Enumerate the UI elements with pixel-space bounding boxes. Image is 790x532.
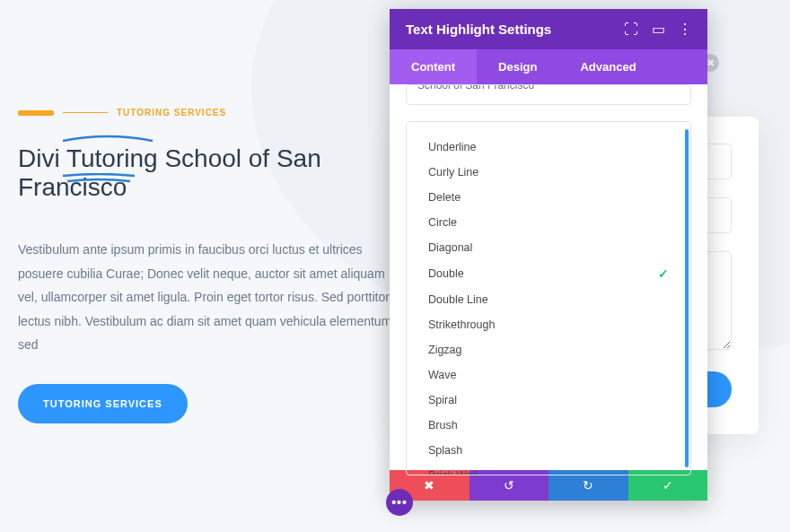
dropdown-item-label: Splash: [428, 444, 462, 457]
dropdown-item[interactable]: Splash: [407, 438, 690, 463]
highlight-double-icon: [63, 173, 135, 184]
eyebrow: TUTORING SERVICES: [18, 108, 404, 118]
panel-header[interactable]: Text Highlight Settings ⛶ ▭ ⋮: [390, 9, 707, 49]
dropdown-list: UnderlineCurly LineDeleteCircleDiagonalD…: [407, 122, 690, 475]
dropdown-item[interactable]: Double✓: [407, 260, 690, 287]
dropdown-item[interactable]: Double Line: [407, 287, 690, 312]
dropdown-item-label: Double: [428, 267, 464, 280]
body-text: Vestibulum ante ipsum primis in faucibus…: [18, 238, 404, 357]
cta-button[interactable]: TUTORING SERVICES: [18, 384, 188, 423]
dropdown-item-label: Underline: [428, 141, 477, 153]
highlight-arc-icon: [63, 134, 153, 143]
panel-title: Text Highlight Settings: [406, 22, 551, 37]
tab-advanced[interactable]: Advanced: [558, 49, 657, 84]
fullscreen-icon[interactable]: ⛶: [625, 23, 637, 36]
dropdown-item[interactable]: Brick Wall: [407, 463, 690, 475]
tab-content[interactable]: Content: [390, 49, 477, 84]
panel-header-icons: ⛶ ▭ ⋮: [625, 23, 691, 36]
dropdown-item[interactable]: Circle: [407, 210, 690, 235]
dropdown-item[interactable]: Delete: [407, 185, 690, 210]
dropdown-item-label: Diagonal: [428, 241, 472, 254]
panel-body: School of San Francisco UnderlineCurly L…: [390, 84, 707, 470]
dropdown-item[interactable]: Wave: [407, 362, 690, 388]
dropdown-item-label: Curly Line: [428, 166, 478, 179]
dropdown-scrollbar[interactable]: [685, 129, 689, 467]
dropdown-item-label: Delete: [428, 191, 461, 204]
dropdown-item-label: Wave: [428, 369, 457, 381]
text-input-preview[interactable]: School of San Francisco: [406, 84, 691, 105]
dropdown-item[interactable]: Curly Line: [407, 160, 690, 185]
check-icon: ✓: [658, 266, 669, 281]
page-content: TUTORING SERVICES Divi Tutoring School o…: [18, 108, 404, 423]
dropdown-item[interactable]: Spiral: [407, 388, 690, 413]
highlight-style-dropdown: UnderlineCurly LineDeleteCircleDiagonalD…: [406, 121, 691, 475]
settings-panel: Text Highlight Settings ⛶ ▭ ⋮ Content De…: [390, 9, 707, 501]
eyebrow-bar-icon: [18, 110, 54, 116]
more-icon[interactable]: ⋮: [679, 23, 691, 36]
dropdown-item[interactable]: Zigzag: [407, 337, 690, 362]
tab-design[interactable]: Design: [477, 49, 558, 84]
eyebrow-text: TUTORING SERVICES: [117, 108, 226, 118]
dropdown-item-label: Zigzag: [428, 344, 462, 356]
dropdown-item[interactable]: Strikethrough: [407, 312, 690, 337]
page-title: Divi Tutoring School of San Francisco: [18, 144, 404, 202]
dropdown-item-label: Double Line: [428, 293, 488, 306]
eyebrow-line-icon: [63, 112, 108, 113]
dropdown-item-label: Circle: [428, 216, 457, 229]
dropdown-item[interactable]: Diagonal: [407, 235, 690, 260]
panel-tabs: Content Design Advanced: [390, 49, 707, 84]
dropdown-item[interactable]: Underline: [407, 135, 690, 160]
dropdown-item-label: Spiral: [428, 394, 457, 406]
dropdown-item-label: Brush: [428, 419, 458, 432]
dropdown-item-label: Brick Wall: [428, 469, 478, 475]
dropdown-item-label: Strikethrough: [428, 318, 495, 331]
fab-more-icon[interactable]: •••: [386, 489, 413, 516]
dropdown-item[interactable]: Brush: [407, 413, 690, 438]
responsive-icon[interactable]: ▭: [652, 23, 664, 36]
